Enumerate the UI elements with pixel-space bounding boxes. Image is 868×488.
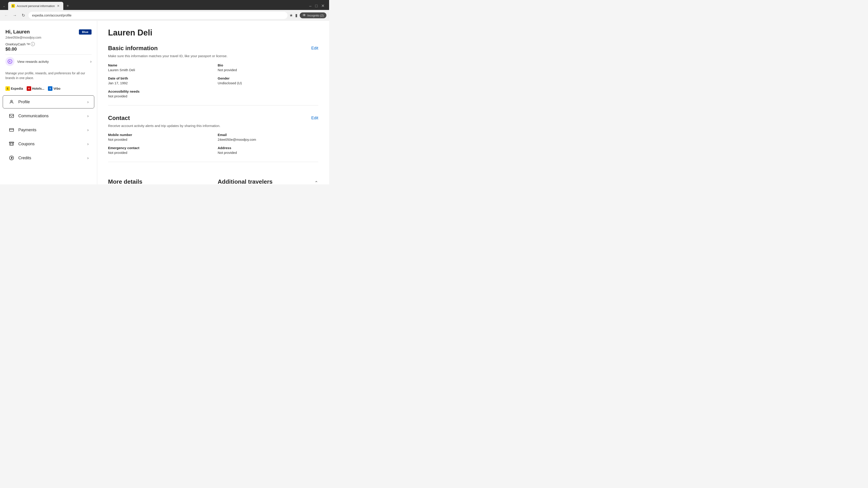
field-emergency: Emergency contact Not provided xyxy=(108,146,209,155)
contact-header: Contact Edit xyxy=(108,115,318,122)
field-email: Email 24ee050e@moodjoy.com xyxy=(218,133,318,141)
field-mobile: Mobile number Not provided xyxy=(108,133,209,141)
sidebar-nav: Profile › Communications › xyxy=(0,95,97,164)
new-tab-button[interactable]: + xyxy=(65,3,70,9)
tm-superscript: TM xyxy=(26,43,30,45)
incognito-icon: 👁 xyxy=(303,13,306,18)
brand-expedia: E Expedia xyxy=(5,86,23,91)
contact-section: Contact Edit Receive account activity al… xyxy=(108,115,318,162)
bookmark-icon[interactable]: ★ xyxy=(289,13,293,18)
more-details-title: More details xyxy=(108,178,209,184)
coupons-chevron-icon: › xyxy=(87,142,89,147)
user-greeting: Hi, Lauren Blue xyxy=(5,29,92,35)
tier-badge: Blue xyxy=(79,29,92,35)
sidebar: Hi, Lauren Blue 24ee050e@moodjoy.com One… xyxy=(0,21,97,184)
coupons-icon xyxy=(8,141,15,147)
back-button[interactable]: ← xyxy=(3,12,9,19)
field-address: Address Not provided xyxy=(218,146,318,155)
basic-info-description: Make sure this information matches your … xyxy=(108,54,318,59)
main-content: Lauren Deli Basic information Edit Make … xyxy=(97,21,329,184)
payments-chevron-icon: › xyxy=(87,128,89,132)
brand-hotels: H Hotels... xyxy=(27,86,44,91)
rewards-activity-link[interactable]: K View rewards activity › xyxy=(5,55,92,68)
user-name: Hi, Lauren xyxy=(5,29,30,35)
sidebar-credits-label: Credits xyxy=(18,156,87,160)
field-address-label: Address xyxy=(218,146,318,150)
brand-vrbo: V Vrbo xyxy=(48,86,60,91)
contact-description: Receive account activity alerts and trip… xyxy=(108,123,318,129)
close-button[interactable]: ✕ xyxy=(321,3,324,8)
incognito-badge[interactable]: 👁 Incognito (2) xyxy=(300,12,327,18)
cash-amount: $0.00 xyxy=(5,46,92,52)
user-email: 24ee050e@moodjoy.com xyxy=(5,36,92,39)
vrbo-icon: V xyxy=(48,86,53,91)
sidebar-profile-label: Profile xyxy=(18,100,87,104)
active-tab[interactable]: E Account personal information ✕ xyxy=(8,2,63,10)
manage-text: Manage your profile, rewards, and prefer… xyxy=(0,71,97,84)
field-dob: Date of birth Jan 17, 1992 xyxy=(108,76,209,85)
sidebar-item-coupons[interactable]: Coupons › xyxy=(3,137,94,151)
hotels-icon: H xyxy=(27,86,31,91)
field-emergency-label: Emergency contact xyxy=(108,146,209,150)
basic-info-title: Basic information xyxy=(108,45,158,52)
browser-chrome: ⌄ E Account personal information ✕ + – □… xyxy=(0,0,329,21)
rewards-icon: K xyxy=(5,57,14,66)
credits-icon xyxy=(8,155,15,161)
additional-travelers-title: Additional travelers xyxy=(218,178,273,184)
field-email-value: 24ee050e@moodjoy.com xyxy=(218,138,318,141)
field-name: Name Lauren Smith Deli xyxy=(108,63,209,72)
rewards-chevron-icon: › xyxy=(90,59,92,64)
svg-rect-4 xyxy=(9,129,13,131)
extensions-icon[interactable]: ▮ xyxy=(295,13,298,18)
field-gender: Gender Undisclosed (U) xyxy=(218,76,318,85)
field-bio-label: Bio xyxy=(218,63,318,67)
field-mobile-label: Mobile number xyxy=(108,133,209,137)
maximize-button[interactable]: □ xyxy=(315,4,318,8)
communications-chevron-icon: › xyxy=(87,113,89,119)
field-accessibility: Accessibility needs Not provided xyxy=(108,90,318,98)
basic-information-section: Basic information Edit Make sure this in… xyxy=(108,45,318,105)
minimize-button[interactable]: – xyxy=(309,4,311,8)
field-gender-value: Undisclosed (U) xyxy=(218,81,318,85)
contact-fields: Mobile number Not provided Email 24ee050… xyxy=(108,133,318,155)
sidebar-item-payments[interactable]: Payments › xyxy=(3,123,94,136)
field-mobile-value: Not provided xyxy=(108,138,209,141)
vrbo-label: Vrbo xyxy=(53,87,60,90)
rewards-link-text: View rewards activity xyxy=(17,60,90,64)
svg-point-2 xyxy=(11,100,12,102)
field-name-value: Lauren Smith Deli xyxy=(108,68,209,72)
expedia-icon: E xyxy=(5,86,10,91)
sidebar-item-credits[interactable]: Credits › xyxy=(3,151,94,164)
field-dob-value: Jan 17, 1992 xyxy=(108,81,209,85)
communications-icon xyxy=(8,113,15,119)
contact-edit-button[interactable]: Edit xyxy=(311,116,318,121)
field-gender-label: Gender xyxy=(218,76,318,80)
basic-info-fields: Name Lauren Smith Deli Bio Not provided … xyxy=(108,63,318,98)
sidebar-item-communications[interactable]: Communications › xyxy=(3,109,94,123)
sidebar-item-profile[interactable]: Profile › xyxy=(3,95,94,108)
collapse-icon[interactable]: ⌃ xyxy=(314,180,318,185)
hotels-label: Hotels... xyxy=(32,87,44,90)
tab-close-button[interactable]: ✕ xyxy=(57,4,60,8)
sidebar-coupons-label: Coupons xyxy=(18,142,87,147)
profile-icon xyxy=(8,99,15,105)
field-accessibility-value: Not provided xyxy=(108,94,318,98)
info-icon[interactable]: i xyxy=(31,42,35,46)
page-title: Lauren Deli xyxy=(108,28,318,37)
contact-title: Contact xyxy=(108,115,130,122)
tab-favicon: E xyxy=(11,4,15,8)
expedia-label: Expedia xyxy=(11,87,23,90)
svg-rect-3 xyxy=(9,114,13,118)
address-bar-actions: ★ ▮ 👁 Incognito (2) xyxy=(289,12,327,18)
profile-chevron-icon: › xyxy=(87,100,89,104)
credits-chevron-icon: › xyxy=(87,156,89,160)
tab-list-button[interactable]: ⌄ xyxy=(2,3,6,8)
address-input[interactable] xyxy=(29,12,287,19)
basic-info-edit-button[interactable]: Edit xyxy=(311,46,318,51)
forward-button[interactable]: → xyxy=(11,12,18,19)
additional-travelers-section: Additional travelers ⌃ Make booking prof… xyxy=(218,178,318,184)
incognito-label: Incognito (2) xyxy=(307,14,324,17)
reload-button[interactable]: ↻ xyxy=(20,12,27,19)
onekey-section: OneKeyCashTM i $0.00 xyxy=(5,42,92,52)
page-layout: Hi, Lauren Blue 24ee050e@moodjoy.com One… xyxy=(0,21,329,184)
